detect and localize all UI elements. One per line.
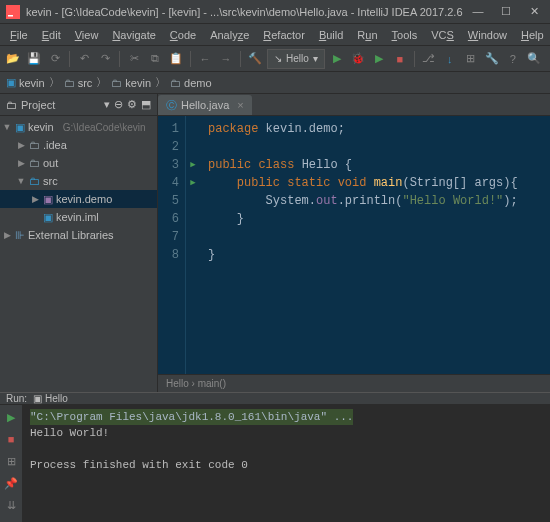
app-logo-icon (6, 5, 20, 19)
scroll-icon[interactable]: ⇊ (3, 497, 19, 513)
code-content[interactable]: package kevin.demo; public class Hello {… (200, 116, 550, 374)
crumb-kevin[interactable]: 🗀kevin (111, 77, 151, 89)
tree-package[interactable]: ▶▣kevin.demo (0, 190, 157, 208)
editor-body[interactable]: 12345678 ▶▶ package kevin.demo; public c… (158, 116, 550, 374)
editor-tabs: Ⓒ Hello.java × (158, 94, 550, 116)
menu-window[interactable]: Window (462, 27, 513, 43)
hide-icon[interactable]: ⬒ (141, 98, 151, 111)
editor-tab-label: Hello.java (181, 99, 229, 111)
main-area: 🗀 Project ▾ ⊖ ⚙ ⬒ ▼▣kevin G:\IdeaCode\ke… (0, 94, 550, 392)
update-icon[interactable]: ↓ (441, 50, 459, 68)
window-title: kevin - [G:\IdeaCode\kevin] - [kevin] - … (26, 6, 468, 18)
menu-vcs[interactable]: VCS (425, 27, 460, 43)
source-folder-icon: 🗀 (29, 175, 40, 187)
editor-tab-hello[interactable]: Ⓒ Hello.java × (158, 95, 252, 115)
gutter-marks: ▶▶ (186, 116, 200, 374)
close-tab-icon[interactable]: × (237, 99, 243, 111)
collapse-icon[interactable]: ⊖ (114, 98, 123, 111)
breadcrumb-bar: ▣kevin 〉 🗀src 〉 🗀kevin 〉 🗀demo (0, 72, 550, 94)
crumb-demo[interactable]: 🗀demo (170, 77, 212, 89)
layout-icon[interactable]: ⊞ (3, 453, 19, 469)
run-gutter-icon[interactable]: ▶ (186, 174, 200, 192)
run-tab-label: Run: (6, 393, 27, 404)
cut-icon[interactable]: ✂ (125, 50, 143, 68)
run-toolbar: ▶ ■ ⊞ 📌 ⇊ 🖶 🗑 (0, 405, 22, 522)
folder-icon: 🗀 (170, 77, 181, 89)
tree-out[interactable]: ▶🗀out (0, 154, 157, 172)
coverage-icon[interactable]: ▶ (370, 50, 388, 68)
help-icon[interactable]: ? (504, 50, 522, 68)
editor-area: Ⓒ Hello.java × 12345678 ▶▶ package kevin… (158, 94, 550, 392)
project-panel-header: 🗀 Project ▾ ⊖ ⚙ ⬒ (0, 94, 157, 116)
pin-icon[interactable]: 📌 (3, 475, 19, 491)
project-panel-title: Project (21, 99, 100, 111)
menu-file[interactable]: File (4, 27, 34, 43)
folder-icon: 🗀 (111, 77, 122, 89)
debug-icon[interactable]: 🐞 (349, 50, 367, 68)
structure-icon[interactable]: ⊞ (462, 50, 480, 68)
undo-icon[interactable]: ↶ (75, 50, 93, 68)
refresh-icon[interactable]: ⟳ (46, 50, 64, 68)
chevron-down-icon[interactable]: ▾ (104, 98, 110, 111)
editor-breadcrumb: Hello › main() (158, 374, 550, 392)
menu-view[interactable]: View (69, 27, 105, 43)
redo-icon[interactable]: ↷ (96, 50, 114, 68)
menu-run[interactable]: Run (351, 27, 383, 43)
menu-tools[interactable]: Tools (386, 27, 424, 43)
run-tab-config[interactable]: ▣ Hello (33, 393, 68, 404)
menu-bar: File Edit View Navigate Code Analyze Ref… (0, 24, 550, 46)
project-tree: ▼▣kevin G:\IdeaCode\kevin ▶🗀.idea ▶🗀out … (0, 116, 157, 392)
tree-idea[interactable]: ▶🗀.idea (0, 136, 157, 154)
chevron-down-icon: ▾ (313, 53, 318, 64)
stop-icon[interactable]: ■ (391, 50, 409, 68)
console-line: Process finished with exit code 0 (30, 457, 542, 473)
crumb-module[interactable]: ▣kevin (6, 76, 45, 89)
maximize-button[interactable]: ☐ (496, 5, 516, 18)
build-icon[interactable]: 🔨 (246, 50, 264, 68)
module-icon: ▣ (15, 121, 25, 134)
tree-ext-libs[interactable]: ▶⊪External Libraries (0, 226, 157, 244)
module-file-icon: ▣ (43, 211, 53, 224)
run-gutter-icon[interactable]: ▶ (186, 156, 200, 174)
project-panel: 🗀 Project ▾ ⊖ ⚙ ⬒ ▼▣kevin G:\IdeaCode\ke… (0, 94, 158, 392)
gear-icon[interactable]: ⚙ (127, 98, 137, 111)
run-icon[interactable]: ▶ (328, 50, 346, 68)
menu-navigate[interactable]: Navigate (106, 27, 161, 43)
copy-icon[interactable]: ⧉ (146, 50, 164, 68)
run-config-selector[interactable]: ↘ Hello ▾ (267, 49, 325, 69)
vcs-icon[interactable]: ⎇ (420, 50, 438, 68)
rerun-icon[interactable]: ▶ (3, 409, 19, 425)
tree-iml[interactable]: ▣kevin.iml (0, 208, 157, 226)
menu-code[interactable]: Code (164, 27, 202, 43)
search-icon[interactable]: 🔍 (525, 50, 543, 68)
back-icon[interactable]: ← (196, 50, 214, 68)
title-bar: kevin - [G:\IdeaCode\kevin] - [kevin] - … (0, 0, 550, 24)
settings-icon[interactable]: 🔧 (483, 50, 501, 68)
save-icon[interactable]: 💾 (25, 50, 43, 68)
tree-root[interactable]: ▼▣kevin G:\IdeaCode\kevin (0, 118, 157, 136)
menu-refactor[interactable]: Refactor (257, 27, 311, 43)
main-toolbar: 📂 💾 ⟳ ↶ ↷ ✂ ⧉ 📋 ← → 🔨 ↘ Hello ▾ ▶ 🐞 ▶ ■ … (0, 46, 550, 72)
console-output[interactable]: "C:\Program Files\java\jdk1.8.0_161\bin\… (22, 405, 550, 522)
menu-help[interactable]: Help (515, 27, 550, 43)
window-controls: — ☐ ✕ (468, 5, 544, 18)
menu-analyze[interactable]: Analyze (204, 27, 255, 43)
crumb-src[interactable]: 🗀src (64, 77, 93, 89)
tree-src[interactable]: ▼🗀src (0, 172, 157, 190)
forward-icon[interactable]: → (217, 50, 235, 68)
open-icon[interactable]: 📂 (4, 50, 22, 68)
menu-edit[interactable]: Edit (36, 27, 67, 43)
project-icon: 🗀 (6, 99, 17, 111)
stop-icon[interactable]: ■ (3, 431, 19, 447)
folder-icon: 🗀 (64, 77, 75, 89)
run-tool-window: Run: ▣ Hello ▶ ■ ⊞ 📌 ⇊ 🖶 🗑 "C:\Program F… (0, 392, 550, 522)
menu-build[interactable]: Build (313, 27, 349, 43)
package-icon: ▣ (43, 193, 53, 206)
run-config-arrow-icon: ↘ (274, 53, 282, 64)
svg-rect-1 (8, 15, 13, 17)
close-button[interactable]: ✕ (524, 5, 544, 18)
svg-rect-0 (6, 5, 20, 19)
console-command: "C:\Program Files\java\jdk1.8.0_161\bin\… (30, 409, 353, 425)
paste-icon[interactable]: 📋 (167, 50, 185, 68)
minimize-button[interactable]: — (468, 5, 488, 18)
